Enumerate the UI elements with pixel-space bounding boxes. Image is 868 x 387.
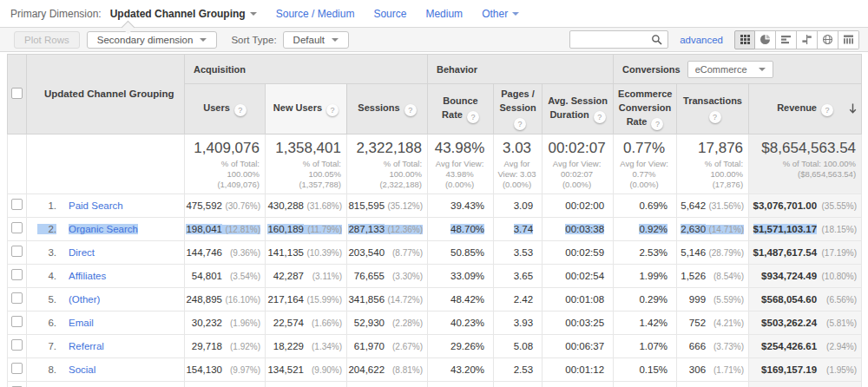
- help-icon[interactable]: [514, 118, 526, 130]
- dimension-column-header[interactable]: Updated Channel Grouping: [27, 55, 185, 134]
- bounce-rate-cell: 48.42%: [428, 287, 494, 311]
- new-users-cell: 192,014(14.14%): [266, 381, 347, 387]
- sessions-cell: 76,655(3.30%): [347, 264, 428, 287]
- channel-cell: 7.Referral: [27, 334, 185, 357]
- revenue-cell: $89,516.70(1.03%): [749, 381, 862, 387]
- row-checkbox[interactable]: [11, 246, 23, 257]
- row-checkbox[interactable]: [11, 222, 23, 233]
- transactions-cell: 752(4.21%): [677, 311, 749, 334]
- pages-session-cell: 3.65: [494, 264, 542, 287]
- sort-type-label: Sort Type:: [231, 35, 276, 45]
- advanced-search-link[interactable]: advanced: [680, 35, 723, 45]
- primary-dimension-link-other[interactable]: Other: [482, 8, 519, 20]
- help-icon[interactable]: [467, 111, 479, 123]
- grid-icon: [740, 34, 751, 45]
- help-icon[interactable]: [234, 104, 247, 116]
- column-header-ecommerce-conversion-rate[interactable]: Ecommerce Conversion Rate: [614, 84, 677, 134]
- avg-session-duration-cell: 00:02:54: [542, 264, 614, 287]
- summary-ecommerce-conversion-rate: 0.77%Avg for View: 0.77% (0.00%): [614, 134, 677, 194]
- summary-row: 1,409,076% of Total: 100.00% (1,409,076)…: [8, 134, 862, 194]
- comparison-view-button[interactable]: [797, 30, 818, 49]
- search-button[interactable]: [645, 31, 667, 48]
- help-icon[interactable]: [821, 104, 833, 116]
- row-checkbox[interactable]: [11, 363, 23, 374]
- channel-link[interactable]: Social: [69, 364, 95, 375]
- new-users-cell: 134,521(9.90%): [266, 357, 347, 381]
- channel-link[interactable]: Referral: [69, 341, 104, 351]
- revenue-cell: $254,426.61(2.94%): [749, 334, 862, 357]
- row-checkbox-cell: [8, 194, 27, 217]
- channel-link[interactable]: Paid Search: [69, 200, 123, 211]
- pivot-table-icon: [843, 34, 854, 45]
- users-cell: 29,718(1.92%): [185, 334, 266, 357]
- conversions-goal-select[interactable]: eCommerce: [687, 61, 773, 78]
- primary-dimension-link-medium[interactable]: Medium: [425, 8, 463, 20]
- users-cell: 248,895(16.10%): [185, 287, 266, 311]
- users-cell: 54,801(3.54%): [185, 264, 266, 287]
- table-row: 9.Display 210,017(13.58%) 192,014(14.14%…: [8, 381, 862, 387]
- summary-avg-session-duration: 00:02:07Avg for View: 00:02:07 (0.00%): [542, 134, 614, 194]
- sort-type-select[interactable]: Default: [283, 31, 349, 49]
- row-checkbox[interactable]: [11, 199, 23, 210]
- transactions-cell: 2,630(14.71%): [677, 217, 749, 240]
- column-header-new-users[interactable]: New Users: [266, 84, 347, 134]
- row-checkbox[interactable]: [11, 316, 23, 327]
- term-cloud-view-button[interactable]: [818, 30, 838, 49]
- view-switcher: [734, 30, 859, 49]
- sessions-cell: 341,856(14.72%): [347, 287, 428, 311]
- data-table-view-button[interactable]: [734, 30, 755, 49]
- table-row: 5.(Other) 248,895(16.10%) 217,164(15.99%…: [8, 287, 862, 311]
- row-checkbox-cell: [8, 240, 27, 264]
- avg-session-duration-cell: 00:00:42: [542, 381, 614, 387]
- column-header-transactions[interactable]: Transactions: [677, 84, 749, 134]
- primary-dimension-selected[interactable]: Updated Channel Grouping: [110, 8, 257, 20]
- search-input[interactable]: [570, 32, 645, 47]
- table-row: 8.Social 154,130(9.97%) 134,521(9.90%) 2…: [8, 357, 862, 381]
- sessions-cell: 277,887(11.97%): [347, 381, 428, 387]
- column-header-pages-session[interactable]: Pages / Session: [494, 84, 542, 134]
- column-header-revenue[interactable]: Revenue: [749, 84, 862, 134]
- column-header-bounce-rate[interactable]: Bounce Rate: [428, 84, 494, 134]
- select-all-checkbox[interactable]: [11, 88, 23, 99]
- row-checkbox[interactable]: [11, 269, 23, 280]
- secondary-dimension-button[interactable]: Secondary dimension: [87, 31, 218, 49]
- transactions-cell: 5,146(28.79%): [677, 240, 749, 264]
- column-header-users[interactable]: Users: [185, 84, 266, 134]
- channel-link[interactable]: Direct: [69, 247, 95, 258]
- sessions-cell: 203,540(8.77%): [347, 240, 428, 264]
- help-icon[interactable]: [709, 111, 721, 123]
- channel-link[interactable]: Organic Search: [69, 224, 138, 234]
- avg-session-duration-cell: 00:02:00: [542, 194, 614, 217]
- table-row: 4.Affiliates 54,801(3.54%) 42,287(3.11%)…: [8, 264, 862, 287]
- new-users-cell: 217,164(15.99%): [266, 287, 347, 311]
- channel-link[interactable]: Email: [69, 318, 94, 328]
- channel-link[interactable]: (Other): [69, 294, 100, 305]
- sessions-cell: 52,930(2.28%): [347, 311, 428, 334]
- column-header-avg-session-duration[interactable]: Avg. Session Duration: [542, 84, 614, 134]
- users-cell: 30,232(1.96%): [185, 311, 266, 334]
- help-icon[interactable]: [326, 104, 339, 116]
- channel-cell: 4.Affiliates: [27, 264, 185, 287]
- pivot-view-button[interactable]: [838, 30, 859, 49]
- row-checkbox[interactable]: [11, 292, 23, 304]
- transactions-cell: 5,642(31.56%): [677, 194, 749, 217]
- help-icon[interactable]: [594, 111, 606, 123]
- channel-link[interactable]: Affiliates: [69, 271, 106, 281]
- primary-dimension-link-source[interactable]: Source: [373, 8, 406, 20]
- group-header-behavior: Behavior: [428, 55, 614, 84]
- sessions-cell: 204,622(8.81%): [347, 357, 428, 381]
- ecommerce-conversion-rate-cell: 1.42%: [614, 311, 677, 334]
- new-users-cell: 430,288(31.68%): [266, 194, 347, 217]
- column-header-sessions[interactable]: Sessions: [347, 84, 428, 134]
- primary-dimension-link-source-medium[interactable]: Source / Medium: [276, 8, 355, 20]
- percentage-view-button[interactable]: [755, 30, 776, 49]
- bounce-rate-cell: 49.57%: [428, 381, 494, 387]
- performance-view-button[interactable]: [776, 30, 797, 49]
- channel-cell: 3.Direct: [27, 240, 185, 264]
- help-icon[interactable]: [404, 104, 417, 116]
- row-checkbox[interactable]: [11, 339, 23, 351]
- help-icon[interactable]: [651, 118, 663, 130]
- plot-rows-button[interactable]: Plot Rows: [14, 31, 80, 49]
- new-users-cell: 141,135(10.39%): [266, 240, 347, 264]
- select-all-checkbox-cell: [8, 55, 27, 134]
